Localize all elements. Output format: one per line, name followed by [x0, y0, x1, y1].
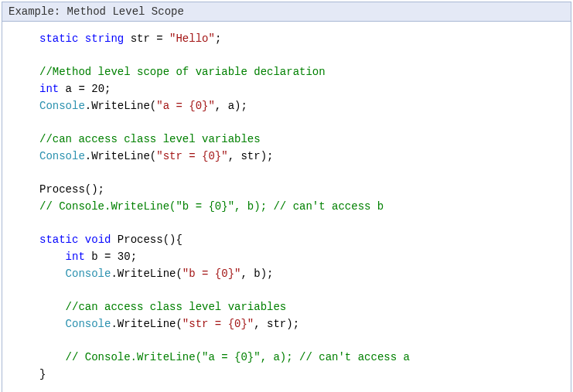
code-line: //Method level scope of variable declara…: [39, 64, 564, 81]
code-line: Console.WriteLine("str = {0}", str);: [39, 148, 564, 165]
code-line: Process();: [39, 182, 564, 199]
code-line: Console.WriteLine("str = {0}", str);: [39, 316, 564, 333]
code-block: static string str = "Hello"; //Method le…: [2, 22, 571, 392]
example-title: Example: Method Level Scope: [9, 5, 184, 18]
code-line: [39, 216, 564, 233]
code-line: //can access class level variables: [39, 131, 564, 148]
code-line: Console.WriteLine("a = {0}", a);: [39, 98, 564, 115]
example-header: Example: Method Level Scope: [2, 2, 571, 22]
code-line: static void Process(){: [39, 232, 564, 249]
code-line: static string str = "Hello";: [39, 31, 564, 48]
code-line: //can access class level variables: [39, 299, 564, 316]
code-line: [39, 48, 564, 65]
code-line: [39, 332, 564, 349]
code-line: int b = 30;: [39, 249, 564, 266]
code-line: Console.WriteLine("b = {0}", b);: [39, 266, 564, 283]
code-line: // Console.WriteLine("a = {0}", a); // c…: [39, 349, 564, 366]
code-line: [39, 114, 564, 131]
code-line: int a = 20;: [39, 81, 564, 98]
code-line: // Console.WriteLine("b = {0}", b); // c…: [39, 199, 564, 216]
code-line: [39, 282, 564, 299]
code-line: [39, 165, 564, 182]
example-container: Example: Method Level Scope static strin…: [2, 2, 571, 392]
code-line: }: [39, 366, 564, 383]
